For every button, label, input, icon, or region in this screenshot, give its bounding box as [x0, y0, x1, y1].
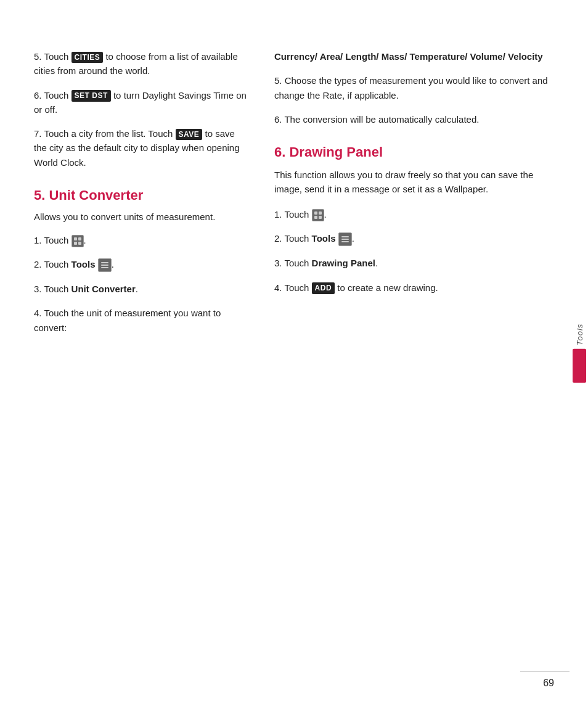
dp-step2-text: 2. Touch	[274, 233, 312, 244]
dp-step4: 4. Touch ADD to create a new drawing.	[274, 281, 554, 295]
dp-step4b-text: to create a new drawing.	[337, 282, 438, 293]
section6-intro: This function allows you to draw freely …	[274, 168, 554, 197]
dp-step1-text: 1. Touch	[274, 209, 312, 220]
sidebar-tab-bar	[573, 349, 586, 383]
dp-step3-text: 3. Touch	[274, 258, 312, 268]
setdst-badge: SET DST	[71, 90, 111, 102]
dp-step2: 2. Touch Tools .	[274, 231, 554, 246]
uc-step2-text: 2. Touch	[34, 259, 71, 269]
uc-step3-unit: Unit Converter	[71, 284, 136, 294]
page-number: 69	[543, 678, 554, 689]
dp-step3-drawing: Drawing Panel	[312, 258, 375, 268]
dp-step4a-text: 4. Touch	[274, 282, 312, 293]
section5-title: 5. Unit Converter	[34, 187, 247, 205]
step-setdst: 6. Touch SET DST to turn Daylight Saving…	[34, 88, 247, 117]
r-uc-step6: 6. The conversion will be automatically …	[274, 112, 554, 126]
divider-line	[520, 671, 570, 672]
currency-label: Currency/ Area/ Length/ Mass/ Temperatur…	[274, 49, 554, 64]
step6-text: 6. Touch	[34, 90, 71, 101]
left-column: 5. Touch CITIES to choose from a list of…	[0, 49, 259, 681]
uc-step3-text: 3. Touch	[34, 284, 71, 294]
section5-intro: Allows you to convert units of measureme…	[34, 210, 247, 224]
dp-step3-end: .	[375, 258, 378, 268]
cities-badge: CITIES	[71, 52, 104, 64]
save-badge: SAVE	[176, 129, 203, 141]
uc-step3-end: .	[136, 284, 138, 294]
tools-icon-left	[98, 258, 112, 272]
uc-step2-tools: Tools	[71, 259, 96, 269]
section6-title: 6. Drawing Panel	[274, 144, 554, 162]
uc-step1-text: 1. Touch	[34, 235, 71, 245]
step7a-text: 7. Touch a city from the list. Touch	[34, 128, 176, 139]
tools-icon-right	[338, 232, 352, 246]
sidebar-tab-label: Tools	[575, 323, 584, 345]
dp-step1: 1. Touch .	[274, 207, 554, 221]
sidebar-tab: Tools	[571, 323, 588, 383]
right-column: Currency/ Area/ Length/ Mass/ Temperatur…	[259, 49, 588, 681]
uc-step4: 4. Touch the unit of measurement you wan…	[34, 306, 247, 335]
dp-step3: 3. Touch Drawing Panel.	[274, 256, 554, 270]
step-cities: 5. Touch CITIES to choose from a list of…	[34, 49, 247, 78]
add-badge: ADD	[312, 282, 335, 294]
uc-step3: 3. Touch Unit Converter.	[34, 282, 247, 296]
step-save-city: 7. Touch a city from the list. Touch SAV…	[34, 126, 247, 170]
apps-icon-left	[71, 235, 84, 247]
r-uc-step5: 5. Choose the types of measurement you w…	[274, 73, 554, 102]
uc-step2: 2. Touch Tools .	[34, 257, 247, 272]
dp-step2-tools: Tools	[312, 233, 336, 244]
uc-step1: 1. Touch .	[34, 233, 247, 247]
uc-step4-text: 4. Touch the unit of measurement you wan…	[34, 308, 221, 332]
step5-cities-text: 5. Touch	[34, 51, 71, 62]
apps-icon-right	[312, 209, 324, 221]
